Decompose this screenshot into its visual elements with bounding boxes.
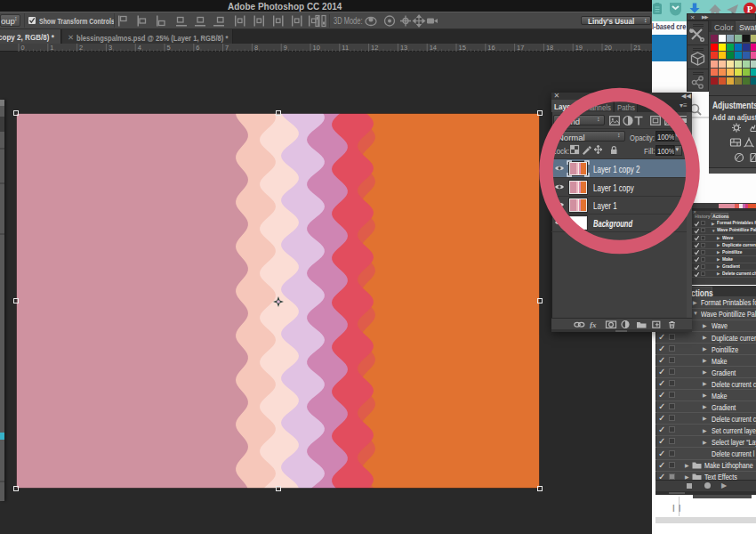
svg-text:3: 3 [109,44,112,52]
svg-text:fx: fx [590,320,597,328]
svg-text:9: 9 [284,44,287,52]
svg-text:10: 10 [313,44,320,52]
svg-text:5: 5 [167,44,171,52]
svg-text:1: 1 [50,44,53,52]
svg-text:11: 11 [342,44,349,52]
svg-text:18: 18 [546,44,553,52]
svg-text:17: 17 [517,44,524,52]
svg-text:16: 16 [487,44,495,52]
svg-text:13: 13 [400,44,407,52]
svg-text:2: 2 [79,44,83,52]
svg-text:19: 19 [575,44,583,52]
svg-text:7: 7 [225,44,229,52]
svg-text:15: 15 [459,44,466,52]
svg-text:20: 20 [605,44,612,52]
svg-text:6: 6 [196,44,199,52]
svg-text:14: 14 [430,44,437,52]
svg-text:4: 4 [138,44,141,52]
svg-text:8: 8 [254,44,258,52]
svg-text:0: 0 [21,44,25,52]
svg-text:12: 12 [371,44,378,52]
svg-text:21: 21 [633,44,640,52]
